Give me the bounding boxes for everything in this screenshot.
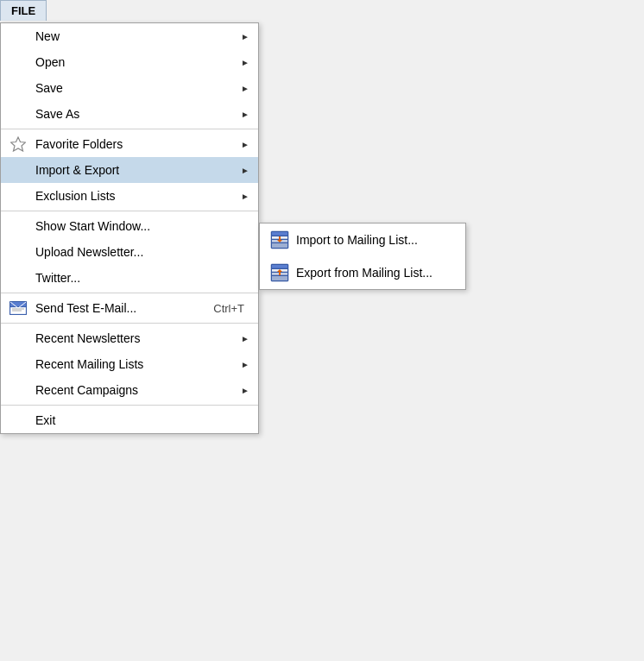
menu-item-open[interactable]: Open ► — [1, 49, 258, 75]
arrow-icon: ► — [241, 192, 249, 201]
svg-marker-0 — [11, 137, 26, 151]
db-import-icon — [270, 230, 289, 249]
separator — [1, 211, 258, 211]
menu-item-upload-newsletter[interactable]: Upload Newsletter... — [1, 239, 258, 265]
menu-item-save-as[interactable]: Save As ► — [1, 101, 258, 127]
submenu-item-export-from-mailing-list[interactable]: Export from Mailing List... — [260, 256, 465, 289]
import-export-submenu: Import to Mailing List... Export from Ma… — [259, 223, 466, 290]
svg-rect-17 — [272, 265, 287, 268]
file-dropdown-menu: New ► Open ► Save ► Save As ► Favorite F… — [0, 22, 259, 434]
arrow-icon: ► — [241, 386, 249, 395]
menu-item-save[interactable]: Save ► — [1, 75, 258, 101]
db-export-icon — [270, 263, 289, 282]
menu-item-exit[interactable]: Exit — [1, 407, 258, 433]
svg-rect-25 — [279, 272, 281, 275]
menu-item-exclusion-lists[interactable]: Exclusion Lists ► — [1, 183, 258, 209]
arrow-icon: ► — [241, 84, 249, 93]
svg-rect-20 — [272, 276, 287, 280]
menu-item-new[interactable]: New ► — [1, 23, 258, 49]
separator — [1, 129, 258, 129]
email-icon — [9, 299, 27, 317]
menu-item-favorite-folders[interactable]: Favorite Folders ► — [1, 131, 258, 157]
arrow-icon: ► — [241, 360, 249, 369]
arrow-icon: ► — [241, 110, 249, 119]
arrow-icon: ► — [241, 334, 249, 343]
shortcut-label: Ctrl+T — [196, 302, 244, 315]
menu-item-send-test-email[interactable]: Send Test E-Mail... Ctrl+T — [1, 295, 258, 321]
file-menu-button[interactable]: FILE — [0, 0, 47, 21]
svg-rect-15 — [279, 236, 281, 240]
menu-bar: FILE — [0, 0, 47, 21]
arrow-icon: ► — [241, 32, 249, 41]
menu-item-show-start-window[interactable]: Show Start Window... — [1, 213, 258, 239]
menu-item-recent-campaigns[interactable]: Recent Campaigns ► — [1, 377, 258, 403]
svg-rect-7 — [272, 232, 287, 236]
submenu-item-import-to-mailing-list[interactable]: Import to Mailing List... — [260, 223, 465, 256]
menu-item-recent-newsletters[interactable]: Recent Newsletters ► — [1, 325, 258, 351]
menu-item-recent-mailing-lists[interactable]: Recent Mailing Lists ► — [1, 351, 258, 377]
arrow-icon: ► — [241, 58, 249, 67]
star-icon — [9, 135, 27, 153]
menu-item-import-export[interactable]: Import & Export ► — [1, 157, 258, 183]
svg-rect-10 — [272, 243, 287, 248]
separator — [1, 293, 258, 293]
separator — [1, 323, 258, 324]
separator — [1, 405, 258, 406]
menu-item-twitter[interactable]: Twitter... — [1, 265, 258, 291]
arrow-icon: ► — [241, 166, 249, 175]
arrow-icon: ► — [241, 140, 249, 149]
